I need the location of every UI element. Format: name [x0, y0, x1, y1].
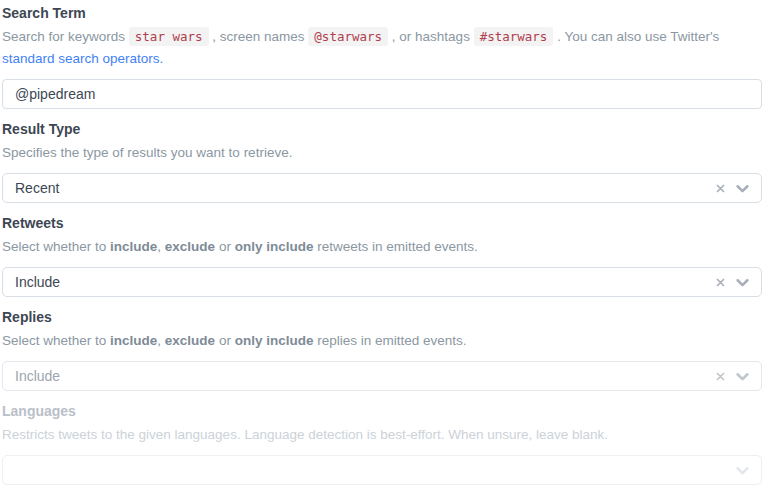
languages-description: Restricts tweets to the given languages.…	[2, 424, 762, 446]
desc-bold: only include	[235, 239, 314, 254]
field-result-type: Result Type Specifies the type of result…	[2, 122, 762, 203]
languages-select	[2, 455, 762, 485]
select-icons	[715, 369, 750, 384]
desc-text: or	[215, 333, 235, 348]
search-term-description: Search for keywords star wars , screen n…	[2, 26, 762, 70]
replies-select[interactable]: Include	[2, 361, 762, 391]
search-term-label: Search Term	[2, 6, 762, 21]
select-icons	[715, 181, 750, 196]
desc-text: , or hashtags	[388, 29, 474, 44]
clear-icon[interactable]	[715, 183, 726, 194]
code-example-screen-name: @starwars	[308, 27, 388, 46]
desc-bold: exclude	[165, 333, 215, 348]
field-retweets: Retweets Select whether to include, excl…	[2, 216, 762, 297]
desc-text: Search for keywords	[2, 29, 129, 44]
retweets-description: Select whether to include, exclude or on…	[2, 236, 762, 258]
result-type-select[interactable]: Recent	[2, 173, 762, 203]
field-languages: Languages Restricts tweets to the given …	[2, 404, 762, 485]
replies-selected-value: Include	[15, 368, 60, 384]
desc-text: ,	[157, 239, 165, 254]
chevron-down-icon[interactable]	[735, 181, 750, 196]
retweets-selected-value: Include	[15, 274, 60, 290]
desc-text: . You can also use Twitter's	[553, 29, 719, 44]
replies-label: Replies	[2, 310, 762, 325]
desc-text: Select whether to	[2, 333, 110, 348]
desc-text: retweets in emitted events.	[313, 239, 477, 254]
desc-bold: include	[110, 333, 157, 348]
desc-text: , screen names	[209, 29, 309, 44]
languages-label: Languages	[2, 404, 762, 419]
desc-text: or	[215, 239, 235, 254]
desc-bold: exclude	[165, 239, 215, 254]
chevron-down-icon[interactable]	[735, 275, 750, 290]
retweets-select[interactable]: Include	[2, 267, 762, 297]
search-term-input[interactable]	[2, 79, 762, 109]
result-type-label: Result Type	[2, 122, 762, 137]
desc-bold: only include	[235, 333, 314, 348]
select-icons	[735, 463, 750, 478]
field-replies: Replies Select whether to include, exclu…	[2, 310, 762, 391]
desc-text: Select whether to	[2, 239, 110, 254]
source-config-form: Search Term Search for keywords star war…	[0, 0, 768, 485]
clear-icon[interactable]	[715, 277, 726, 288]
retweets-label: Retweets	[2, 216, 762, 231]
code-example-keyword: star wars	[129, 27, 209, 46]
result-type-selected-value: Recent	[15, 180, 59, 196]
desc-text: replies in emitted events.	[313, 333, 466, 348]
field-search-term: Search Term Search for keywords star war…	[2, 6, 762, 109]
chevron-down-icon	[735, 463, 750, 478]
replies-description: Select whether to include, exclude or on…	[2, 330, 762, 352]
chevron-down-icon[interactable]	[735, 369, 750, 384]
desc-bold: include	[110, 239, 157, 254]
result-type-description: Specifies the type of results you want t…	[2, 142, 762, 164]
search-operators-link[interactable]: standard search operators.	[2, 51, 163, 66]
clear-icon[interactable]	[715, 371, 726, 382]
desc-text: ,	[157, 333, 165, 348]
select-icons	[715, 275, 750, 290]
code-example-hashtag: #starwars	[474, 27, 554, 46]
